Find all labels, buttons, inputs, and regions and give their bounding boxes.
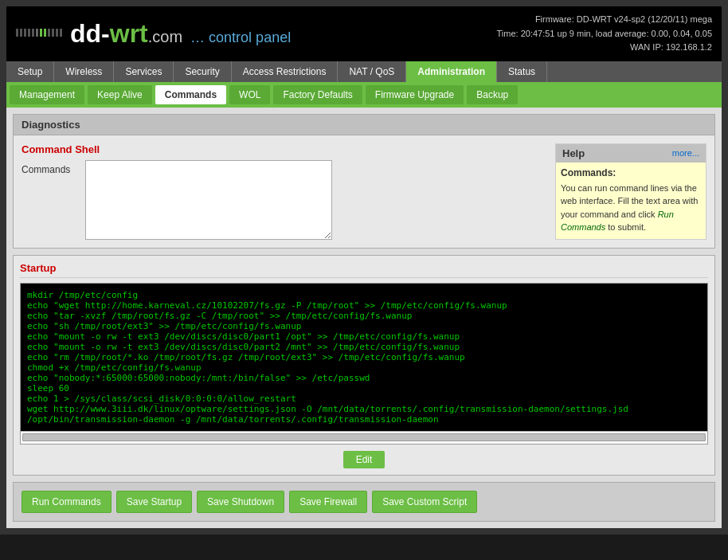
cmd-row: Commands <box>22 160 547 240</box>
cmd-textarea[interactable] <box>85 160 332 240</box>
nav-administration[interactable]: Administration <box>406 61 497 82</box>
nav-nat-qos[interactable]: NAT / QoS <box>338 61 406 82</box>
subnav-firmware-upgrade[interactable]: Firmware Upgrade <box>366 85 464 104</box>
diagnostics-header: Diagnostics <box>13 114 715 135</box>
subnav-wol[interactable]: WOL <box>229 85 270 104</box>
logo-area: dd-wrt.com … control panel <box>16 19 291 49</box>
subnav-factory-defaults[interactable]: Factory Defaults <box>273 85 362 104</box>
subnav-commands[interactable]: Commands <box>155 85 226 104</box>
logo-text: dd-wrt.com … control panel <box>70 19 291 49</box>
diagnostics-panel: Diagnostics Command Shell Commands Help … <box>13 114 715 249</box>
help-more-link[interactable]: more... <box>672 148 699 158</box>
save-firewall-button[interactable]: Save Firewall <box>289 491 367 513</box>
firmware-line2: Time: 20:47:51 up 9 min, load average: 0… <box>497 27 713 41</box>
help-commands-title: Commands: <box>561 167 701 178</box>
nav-wireless[interactable]: Wireless <box>54 61 114 82</box>
sub-nav: Management Keep Alive Commands WOL Facto… <box>6 82 722 108</box>
help-text: You can run command lines via the web in… <box>561 182 701 234</box>
help-section: Help more... Commands: You can run comma… <box>555 143 706 240</box>
nav-services[interactable]: Services <box>114 61 174 82</box>
nav-security[interactable]: Security <box>174 61 231 82</box>
nav-access-restrictions[interactable]: Access Restrictions <box>232 61 339 82</box>
run-commands-button[interactable]: Run Commands <box>22 491 112 513</box>
subnav-management[interactable]: Management <box>10 85 84 104</box>
cmd-label: Commands <box>22 164 77 175</box>
edit-button[interactable]: Edit <box>343 451 386 468</box>
firmware-line3: WAN IP: 192.168.1.2 <box>497 41 713 55</box>
control-panel-text: … control panel <box>190 29 291 46</box>
startup-title: Startup <box>20 262 708 278</box>
main-content: Diagnostics Command Shell Commands Help … <box>6 108 722 528</box>
help-title: Help <box>562 147 585 159</box>
save-shutdown-button[interactable]: Save Shutdown <box>197 491 284 513</box>
subnav-backup[interactable]: Backup <box>467 85 518 104</box>
edit-row: Edit <box>20 451 708 468</box>
firmware-line1: Firmware: DD-WRT v24-sp2 (12/20/11) mega <box>497 13 713 27</box>
save-custom-script-button[interactable]: Save Custom Script <box>372 491 477 513</box>
nav-setup[interactable]: Setup <box>6 61 54 82</box>
save-startup-button[interactable]: Save Startup <box>116 491 192 513</box>
action-buttons: Run Commands Save Startup Save Shutdown … <box>13 482 715 522</box>
command-shell-section: Command Shell Commands <box>22 143 547 240</box>
subnav-keep-alive[interactable]: Keep Alive <box>88 85 152 104</box>
diagnostics-body: Command Shell Commands Help more... Comm… <box>13 135 715 249</box>
firmware-info: Firmware: DD-WRT v24-sp2 (12/20/11) mega… <box>497 13 713 55</box>
startup-panel: Startup mkdir /tmp/etc/config echo "wget… <box>13 255 715 476</box>
nav-status[interactable]: Status <box>497 61 547 82</box>
logo-dots <box>16 29 62 38</box>
command-shell-title: Command Shell <box>22 143 547 155</box>
startup-code: mkdir /tmp/etc/config echo "wget http://… <box>21 284 707 431</box>
help-header: Help more... <box>556 144 706 163</box>
main-nav: Setup Wireless Services Security Access … <box>6 61 722 82</box>
header: dd-wrt.com … control panel Firmware: DD-… <box>6 6 722 61</box>
horizontal-scrollbar[interactable] <box>21 431 707 444</box>
